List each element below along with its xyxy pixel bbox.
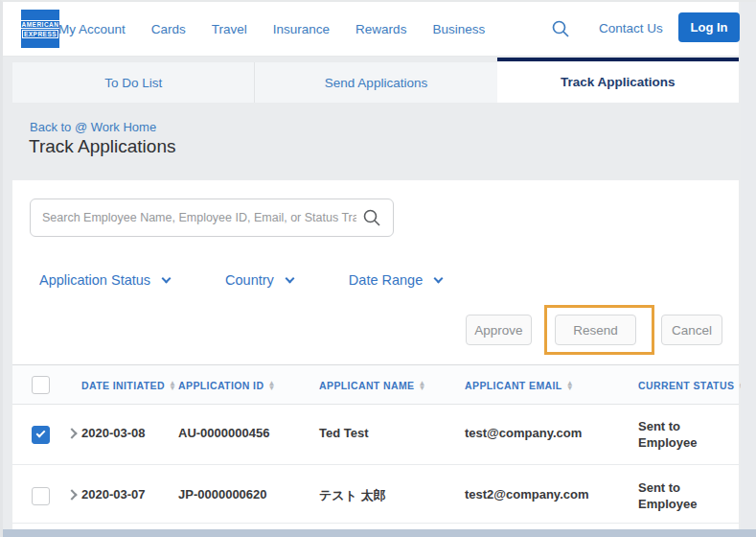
login-button[interactable]: Log In <box>678 12 740 42</box>
amex-logo-line2: EXPRESS <box>22 30 58 38</box>
nav-item-my-account[interactable]: My Account <box>58 22 126 36</box>
column-header-application-id[interactable]: APPLICATION ID ▲▼ <box>178 365 276 406</box>
table-header: DATE INITIATED ▲▼ APPLICATION ID ▲▼ APPL… <box>12 364 739 405</box>
amex-logo[interactable]: AMERICAN EXPRESS <box>21 10 59 48</box>
filter-label: Country <box>225 272 274 288</box>
nav-item-travel[interactable]: Travel <box>212 22 247 36</box>
row-checkbox[interactable] <box>32 487 50 505</box>
filter-row: Application Status Country Date Range <box>39 272 442 288</box>
tab-label: To Do List <box>104 76 162 90</box>
cell-date-initiated: 2020-03-07 <box>81 487 146 502</box>
cell-applicant-name: テスト 太郎 <box>319 487 386 504</box>
nav-item-insurance[interactable]: Insurance <box>273 22 330 36</box>
window-bottom-edge <box>0 529 756 537</box>
cell-applicant-email: test@company.com <box>465 426 628 440</box>
search-icon[interactable] <box>551 19 570 38</box>
filter-country[interactable]: Country <box>225 272 293 288</box>
resend-button[interactable]: Resend <box>555 315 636 345</box>
column-header-applicant-name[interactable]: APPLICANT NAME ▲▼ <box>319 365 426 406</box>
sort-icon: ▲▼ <box>169 381 176 390</box>
table-row: 2020-03-07 JP-0000000620 テスト 太郎 test2@co… <box>12 466 739 524</box>
row-checkbox[interactable] <box>32 426 50 444</box>
filter-date-range[interactable]: Date Range <box>349 272 442 288</box>
sort-icon: ▲▼ <box>566 381 574 390</box>
cell-application-id: AU-0000000456 <box>178 426 269 440</box>
expand-row-chevron-icon[interactable] <box>66 428 77 438</box>
scrollbar-track[interactable] <box>741 2 756 531</box>
chevron-down-icon <box>162 273 172 283</box>
search-input[interactable] <box>42 211 356 224</box>
cell-application-id: JP-0000000620 <box>178 487 267 502</box>
amex-logo-line1: AMERICAN <box>19 20 60 29</box>
tab-track-applications[interactable]: Track Applications <box>497 58 739 103</box>
app-window: AMERICAN EXPRESS My Account Cards Travel… <box>0 0 756 537</box>
check-icon <box>36 429 46 438</box>
content-card: Application Status Country Date Range Ap… <box>12 180 739 531</box>
filter-label: Application Status <box>39 272 150 288</box>
nav-item-business[interactable]: Business <box>432 22 485 36</box>
tab-send-applications[interactable]: Send Applications <box>254 62 496 103</box>
page-title: Track Applications <box>29 136 175 157</box>
table-row: 2020-03-08 AU-0000000456 Ted Test test@c… <box>12 405 739 465</box>
cell-current-status: Sent to Employee <box>638 479 710 512</box>
tab-label: Track Applications <box>561 75 676 89</box>
nav-item-rewards[interactable]: Rewards <box>355 22 406 36</box>
cell-applicant-name: Ted Test <box>319 426 369 440</box>
filter-label: Date Range <box>349 272 423 288</box>
select-all-checkbox[interactable] <box>32 376 50 394</box>
approve-button[interactable]: Approve <box>466 315 532 345</box>
nav-item-cards[interactable]: Cards <box>151 22 186 36</box>
column-header-current-status[interactable]: CURRENT STATUS ▲▼ <box>638 365 746 406</box>
cell-applicant-email: test2@company.com <box>465 487 628 502</box>
cell-current-status: Sent to Employee <box>638 418 710 451</box>
chevron-down-icon <box>285 273 294 283</box>
chevron-down-icon <box>434 273 444 283</box>
column-header-date-initiated[interactable]: DATE INITIATED ▲▼ <box>81 365 176 406</box>
expand-row-chevron-icon[interactable] <box>66 489 77 500</box>
tab-label: Send Applications <box>325 76 427 90</box>
filter-application-status[interactable]: Application Status <box>39 272 170 288</box>
search-submit-icon[interactable] <box>362 208 381 227</box>
cell-date-initiated: 2020-03-08 <box>81 426 146 440</box>
nav-links: My Account Cards Travel Insurance Reward… <box>58 2 485 56</box>
breadcrumb-back-link[interactable]: Back to @ Work Home <box>30 120 156 134</box>
tab-bar: To Do List Send Applications Track Appli… <box>12 58 739 103</box>
contact-us-link[interactable]: Contact Us <box>599 21 663 35</box>
sort-icon: ▲▼ <box>419 381 426 390</box>
cancel-button[interactable]: Cancel <box>661 315 722 345</box>
top-nav: AMERICAN EXPRESS My Account Cards Travel… <box>3 2 739 57</box>
sort-icon: ▲▼ <box>267 381 275 390</box>
tab-to-do-list[interactable]: To Do List <box>12 62 254 103</box>
column-header-applicant-email[interactable]: APPLICANT EMAIL ▲▼ <box>465 365 574 406</box>
search-box <box>30 198 394 237</box>
